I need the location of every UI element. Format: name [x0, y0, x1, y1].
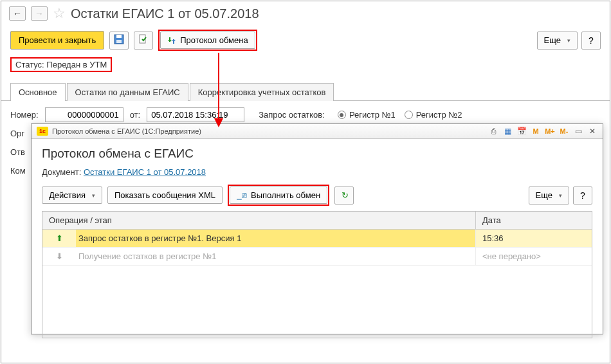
row-date: <не передано>	[476, 248, 592, 265]
date-input[interactable]	[147, 107, 244, 122]
help-button[interactable]: ?	[581, 32, 601, 50]
col-operation[interactable]: Операция / этап	[42, 212, 476, 229]
m-minus-icon[interactable]: M-	[559, 127, 569, 136]
close-icon[interactable]: ✕	[587, 127, 597, 136]
arrow-down-icon: ⬇	[56, 251, 63, 261]
refresh-icon: ↻	[342, 190, 349, 200]
dialog-heading: Протокол обмена с ЕГАИС	[42, 147, 592, 161]
operations-grid: Операция / этап Дата ⬆ Запрос остатков в…	[42, 211, 592, 338]
calc-icon[interactable]: ▦	[502, 127, 513, 136]
dialog-titlebar[interactable]: 1c Протокол обмена с ЕГАИС (1С:Предприят…	[32, 124, 603, 139]
post-document-button[interactable]	[134, 32, 153, 50]
row-operation-text: Запрос остатков в регистре №1. Версия 1	[76, 230, 475, 247]
svg-rect-1	[116, 35, 122, 38]
from-label: от:	[130, 110, 141, 120]
tab-correction[interactable]: Корректировка учетных остатков	[190, 83, 334, 101]
radio-register-1[interactable]: Регистр №1	[338, 110, 396, 120]
floppy-icon	[114, 34, 124, 46]
post-icon	[138, 34, 149, 46]
protocol-button-label: Протокол обмена	[180, 35, 248, 45]
more-button[interactable]: Еще	[537, 32, 578, 50]
m-plus-icon[interactable]: M+	[545, 127, 555, 136]
protocol-dialog: 1c Протокол обмена с ЕГАИС (1С:Предприят…	[31, 123, 603, 334]
show-xml-button[interactable]: Показать сообщения XML	[107, 187, 223, 204]
exchange-pages-icon: ⎯⎚	[237, 190, 247, 200]
svg-rect-2	[116, 40, 122, 43]
app-1c-icon: 1c	[37, 127, 48, 136]
dialog-help-button[interactable]: ?	[573, 187, 592, 205]
dialog-window-title: Протокол обмена с ЕГАИС (1С:Предприятие)	[52, 127, 201, 135]
row-date: 15:36	[476, 230, 592, 247]
radio-register-2[interactable]: Регистр №2	[405, 110, 462, 120]
row-operation-text: Получение остатков в регистре №1	[76, 248, 475, 265]
actions-dropdown[interactable]: Действия	[42, 187, 102, 204]
radio-dot-icon	[405, 111, 413, 119]
table-row[interactable]: ⬆ Запрос остатков в регистре №1. Версия …	[42, 230, 592, 248]
print-icon[interactable]: ⎙	[488, 127, 498, 136]
radio-dot-icon	[338, 111, 346, 119]
status-badge: Статус: Передан в УТМ	[10, 57, 112, 72]
number-input[interactable]	[45, 107, 123, 122]
page-title: Остатки ЕГАИС 1 от 05.07.2018	[71, 6, 259, 21]
protocol-button[interactable]: Протокол обмена	[160, 32, 255, 49]
table-row[interactable]: ⬇ Получение остатков в регистре №1 <не п…	[42, 248, 592, 266]
tab-main[interactable]: Основное	[10, 83, 66, 101]
dialog-more-button[interactable]: Еще	[529, 187, 569, 205]
document-link[interactable]: Остатки ЕГАИС 1 от 05.07.2018	[84, 167, 206, 177]
nav-back-button[interactable]: ←	[9, 6, 26, 21]
arrow-up-icon: ⬆	[56, 233, 63, 243]
refresh-button[interactable]: ↻	[334, 187, 354, 205]
minimize-icon[interactable]: ▭	[573, 127, 583, 136]
exchange-icon	[167, 36, 176, 45]
tab-egais-remains[interactable]: Остатки по данным ЕГАИС	[67, 83, 188, 101]
m-icon[interactable]: M	[531, 127, 541, 136]
nav-forward-button[interactable]: →	[31, 6, 48, 21]
star-icon[interactable]: ☆	[53, 5, 66, 22]
document-label: Документ:	[42, 167, 81, 177]
col-date[interactable]: Дата	[476, 212, 592, 229]
request-label: Запрос остатков:	[259, 110, 325, 120]
number-label: Номер:	[10, 110, 39, 120]
execute-exchange-button[interactable]: ⎯⎚ Выполнить обмен	[230, 187, 327, 204]
save-and-close-button[interactable]: Провести и закрыть	[10, 31, 104, 50]
calendar-icon[interactable]: 📅	[516, 127, 527, 136]
save-button[interactable]	[109, 32, 129, 50]
